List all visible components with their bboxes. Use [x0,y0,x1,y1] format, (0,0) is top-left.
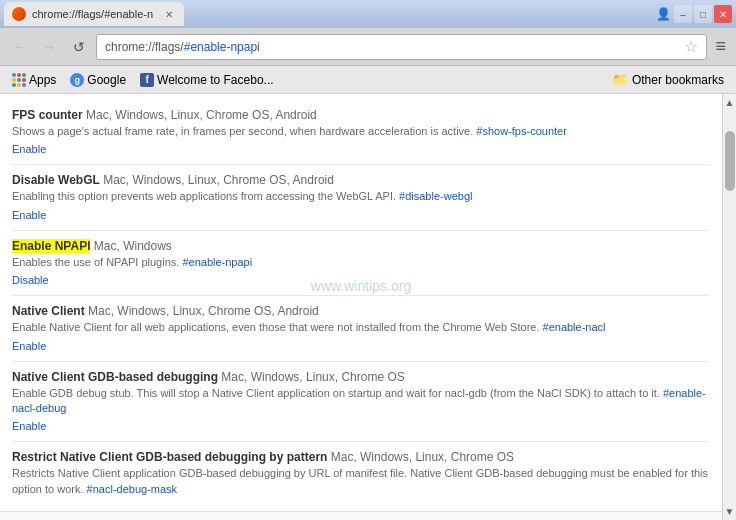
flag-item: Native Client GDB-based debugging Mac, W… [12,362,710,443]
flag-title: Restrict Native Client GDB-based debuggi… [12,450,710,464]
scroll-thumb[interactable] [725,131,735,191]
back-button[interactable]: ← [6,34,32,60]
flag-action-link[interactable]: Disable [12,274,49,286]
flag-platforms: Mac, Windows, Linux, Chrome OS [218,370,405,384]
flag-action: Enable [12,339,710,353]
flag-item: Native Client Mac, Windows, Linux, Chrom… [12,296,710,361]
facebook-icon: f [140,73,154,87]
flag-name: FPS counter [12,108,83,122]
forward-button[interactable]: → [36,34,62,60]
flag-platforms: Mac, Windows, Linux, Chrome OS [327,450,514,464]
address-hash: #enable-npapi [184,40,260,54]
bottom-bar: Your changes will take effect the next t… [0,511,722,520]
flag-link[interactable]: #enable-nacl [543,321,606,333]
google-label: Google [87,73,126,87]
other-bookmarks-label: Other bookmarks [632,73,724,87]
apps-icon [12,73,26,87]
folder-icon: 📁 [612,72,628,87]
flag-action: Enable [12,142,710,156]
address-scheme: chrome:// [105,40,155,54]
flag-title: Disable WebGL Mac, Windows, Linux, Chrom… [12,173,710,187]
flag-description: Restricts Native Client application GDB-… [12,466,710,497]
flag-name: Native Client [12,304,85,318]
menu-button[interactable]: ≡ [711,36,730,57]
flag-action-link[interactable]: Enable [12,420,46,432]
scroll-down-arrow[interactable]: ▼ [723,503,736,520]
flag-action: Enable [12,419,710,433]
flag-title: Native Client GDB-based debugging Mac, W… [12,370,710,384]
flag-description: Enable Native Client for all web applica… [12,320,710,335]
flag-description: Shows a page's actual frame rate, in fra… [12,124,710,139]
facebook-bookmark[interactable]: f Welcome to Facebo... [136,71,278,89]
flag-name: Native Client GDB-based debugging [12,370,218,384]
address-text: chrome://flags/#enable-npapi [105,40,680,54]
flag-link[interactable]: #enable-npapi [182,256,252,268]
tab-close-button[interactable]: ✕ [162,7,176,21]
flag-link[interactable]: #show-fps-counter [476,125,567,137]
google-icon: g [70,73,84,87]
reload-button[interactable]: ↺ [66,34,92,60]
flag-name: Disable WebGL [12,173,100,187]
flag-item: Enable NPAPI Mac, WindowsEnables the use… [12,231,710,296]
flag-action-link[interactable]: Enable [12,209,46,221]
flag-name: Restrict Native Client GDB-based debuggi… [12,450,327,464]
tab-favicon [12,7,26,21]
navigation-bar: ← → ↺ chrome://flags/#enable-npapi ☆ ≡ [0,28,736,66]
address-bar[interactable]: chrome://flags/#enable-npapi ☆ [96,34,707,60]
title-bar: chrome://flags/#enable-n ✕ 👤 – □ ✕ [0,0,736,28]
apps-bookmark[interactable]: Apps [8,71,60,89]
flag-action: Disable [12,273,710,287]
flag-description: Enabling this option prevents web applic… [12,189,710,204]
active-tab[interactable]: chrome://flags/#enable-n ✕ [4,2,184,26]
other-bookmarks[interactable]: 📁 Other bookmarks [608,70,728,89]
flag-description: Enables the use of NPAPI plugins. #enabl… [12,255,710,270]
flag-description: Enable GDB debug stub. This will stop a … [12,386,710,417]
flag-title: Enable NPAPI Mac, Windows [12,239,710,253]
flag-item: Disable WebGL Mac, Windows, Linux, Chrom… [12,165,710,230]
window-controls: 👤 – □ ✕ [654,5,732,23]
facebook-label: Welcome to Facebo... [157,73,274,87]
flag-item: Restrict Native Client GDB-based debuggi… [12,442,710,505]
google-bookmark[interactable]: g Google [66,71,130,89]
apps-label: Apps [29,73,56,87]
flag-action-link[interactable]: Enable [12,340,46,352]
main-content: FPS counter Mac, Windows, Linux, Chrome … [0,94,736,520]
scroll-up-arrow[interactable]: ▲ [723,94,736,111]
flag-link[interactable]: #nacl-debug-mask [87,483,178,495]
minimize-button[interactable]: – [674,5,692,23]
user-icon-button[interactable]: 👤 [654,5,672,23]
flag-name: Enable NPAPI [12,239,90,253]
flag-item: FPS counter Mac, Windows, Linux, Chrome … [12,100,710,165]
tab-label: chrome://flags/#enable-n [32,8,153,20]
bookmarks-bar: Apps g Google f Welcome to Facebo... 📁 O… [0,66,736,94]
flag-title: FPS counter Mac, Windows, Linux, Chrome … [12,108,710,122]
flag-link[interactable]: #enable-nacl-debug [12,387,706,414]
close-button[interactable]: ✕ [714,5,732,23]
flag-platforms: Mac, Windows, Linux, Chrome OS, Android [85,304,319,318]
flag-action-link[interactable]: Enable [12,143,46,155]
flags-list: FPS counter Mac, Windows, Linux, Chrome … [0,94,722,511]
maximize-button[interactable]: □ [694,5,712,23]
flag-platforms: Mac, Windows [90,239,171,253]
star-button[interactable]: ☆ [684,37,698,56]
flag-platforms: Mac, Windows, Linux, Chrome OS, Android [83,108,317,122]
content-area: FPS counter Mac, Windows, Linux, Chrome … [0,94,722,520]
flag-link[interactable]: #disable-webgl [399,190,472,202]
flag-platforms: Mac, Windows, Linux, Chrome OS, Android [100,173,334,187]
flag-action: Enable [12,208,710,222]
scrollbar[interactable]: ▲ ▼ [722,94,736,520]
flag-title: Native Client Mac, Windows, Linux, Chrom… [12,304,710,318]
